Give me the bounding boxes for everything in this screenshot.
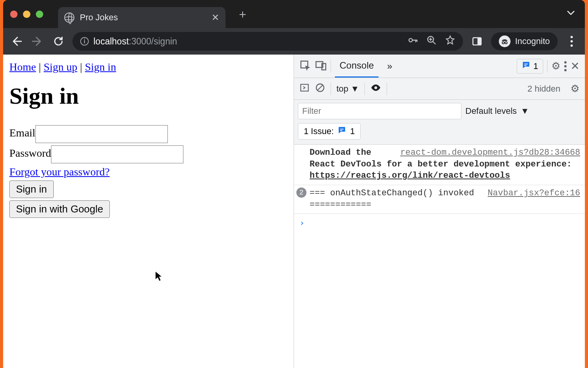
page-content: Home | Sign up | Sign in Sign in Email P… [3,55,294,368]
forgot-password-link[interactable]: Forgot your password? [9,166,110,178]
console-sidebar-toggle[interactable] [299,83,310,95]
window-controls [10,11,43,18]
svg-rect-10 [524,65,526,66]
password-input[interactable] [51,145,183,163]
message-icon [522,61,530,72]
close-tab-button[interactable]: ✕ [211,12,219,23]
bookmark-star-icon[interactable] [445,35,455,48]
nav-separator: | [77,61,85,73]
svg-rect-14 [340,129,343,129]
page-nav: Home | Sign up | Sign in [9,61,287,73]
console-filter-row: Default levels ▼ 1 Issue: 1 [294,100,585,145]
execution-context-dropdown[interactable]: top▼ [336,84,359,94]
new-tab-button[interactable]: ＋ [235,6,250,22]
message-body: === onAuthStateChanged() invoked =======… [310,188,474,210]
devtools-close-button[interactable]: ✕ [570,60,579,73]
svg-rect-15 [340,130,342,131]
forward-button[interactable] [30,34,44,48]
clear-console-button[interactable] [315,83,325,95]
signin-google-button[interactable]: Sign in with Google [9,200,110,218]
incognito-icon [499,35,511,47]
live-expression-button[interactable] [370,82,381,96]
console-messages[interactable]: react-dom.development.js?db28:34668 Down… [294,145,585,368]
email-input[interactable] [35,125,168,143]
svg-rect-3 [477,38,481,45]
console-settings-button[interactable]: ⚙ [570,83,579,95]
message-icon [338,126,346,137]
message-source-link[interactable]: react-dom.development.js?db28:34668 [400,147,580,159]
nav-signin-link[interactable]: Sign in [85,61,116,73]
message-link[interactable]: https://reactjs.org/link/react-devtools [310,171,510,180]
svg-point-0 [409,39,412,42]
devtools-menu-button[interactable] [564,61,567,71]
window-close-button[interactable] [10,11,18,18]
nav-separator: | [36,61,44,73]
issues-button[interactable]: 1 Issue: 1 [298,123,361,140]
url-host: localhost [93,36,129,46]
back-button[interactable] [9,34,23,48]
inspect-element-button[interactable] [299,60,311,73]
password-label: Password [9,147,51,159]
hidden-messages-label[interactable]: 2 hidden [528,84,560,94]
console-message: 2 Navbar.jsx?efce:16 === onAuthStateChan… [294,185,585,214]
chevron-down-icon: ▼ [351,84,359,94]
devtools-panel: Console » 1 ⚙ ✕ [294,55,585,368]
zoom-icon[interactable] [426,35,437,48]
reload-button[interactable] [51,34,65,48]
message-count-badge: 2 [296,188,306,198]
browser-toolbar: i localhost:3000/signin [3,28,585,55]
nav-signup-link[interactable]: Sign up [44,61,77,73]
log-levels-dropdown[interactable]: Default levels ▼ [465,106,529,116]
window-minimize-button[interactable] [23,11,30,18]
page-title: Sign in [9,83,287,110]
url-path: :3000/signin [129,36,177,46]
globe-icon [64,12,74,23]
email-label: Email [9,127,35,139]
issues-count: 1 [533,61,538,71]
password-key-icon[interactable] [408,35,418,48]
svg-point-4 [502,42,504,44]
site-info-icon[interactable]: i [80,37,89,46]
nav-home-link[interactable]: Home [9,61,36,73]
svg-rect-9 [524,64,528,64]
mouse-cursor-icon [155,271,163,284]
console-tab[interactable]: Console [335,55,379,78]
issues-badge[interactable]: 1 [517,59,543,74]
incognito-chip[interactable]: Incognito [491,32,558,50]
more-tabs-button[interactable]: » [382,55,397,77]
device-toolbar-button[interactable] [315,60,327,73]
address-bar[interactable]: i localhost:3000/signin [72,32,463,51]
tab-strip: Pro Jokes ✕ ＋ [3,0,585,28]
window-maximize-button[interactable] [36,11,43,18]
svg-point-5 [505,42,507,44]
console-filter-input[interactable] [298,103,461,119]
devtools-tabs: Console » 1 ⚙ ✕ [294,55,585,78]
tab-title: Pro Jokes [80,12,118,23]
console-message: react-dom.development.js?db28:34668 Down… [294,145,585,185]
signin-button[interactable]: Sign in [9,180,54,198]
console-toolbar: top▼ 2 hidden ⚙ [294,78,585,100]
message-source-link[interactable]: Navbar.jsx?efce:16 [488,188,580,199]
incognito-label: Incognito [515,36,550,46]
svg-point-13 [375,86,377,89]
side-panel-button[interactable] [470,34,484,48]
browser-tab[interactable]: Pro Jokes ✕ [58,7,225,28]
all-tabs-button[interactable] [566,8,576,20]
browser-menu-button[interactable] [565,34,579,48]
devtools-settings-button[interactable]: ⚙ [551,60,560,72]
console-prompt[interactable]: › [294,214,585,232]
chevron-down-icon: ▼ [521,106,529,116]
